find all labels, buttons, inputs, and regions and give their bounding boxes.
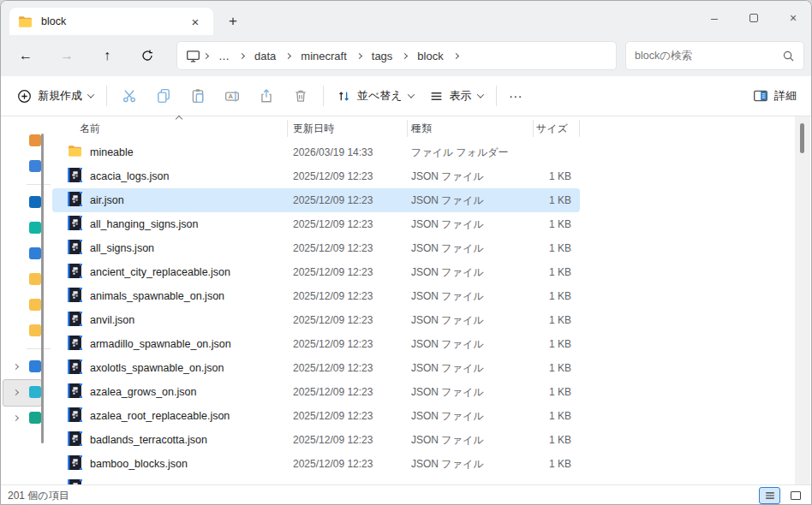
file-row[interactable]: armadillo_spawnable_on.json 2025/12/09 1… — [52, 332, 580, 356]
copy-icon — [156, 88, 171, 104]
json-file-icon — [68, 431, 82, 446]
file-type: JSON ファイル — [408, 308, 534, 332]
file-type: JSON ファイル — [408, 284, 534, 308]
refresh-icon — [140, 49, 154, 62]
file-row[interactable]: azalea_grows_on.json 2025/12/09 12:23 JS… — [52, 380, 580, 404]
json-file-icon — [68, 192, 82, 206]
file-list-pane: 名前 更新日時 種類 サイズ mineable 2026/03/19 14:33… — [52, 116, 796, 484]
file-type: JSON ファイル — [408, 356, 534, 380]
file-row[interactable]: mineable 2026/03/19 14:33 ファイル フォルダー — [52, 140, 580, 164]
file-row[interactable]: all_signs.json 2025/12/09 12:23 JSON ファイ… — [52, 236, 580, 260]
file-name: axolotls_spawnable_on.json — [90, 362, 224, 374]
cut-button[interactable] — [112, 81, 146, 110]
chevron-right-icon[interactable] — [13, 414, 19, 420]
breadcrumb-item[interactable]: data — [248, 47, 283, 65]
view-button[interactable]: 表示 — [421, 82, 491, 110]
file-type: JSON ファイル — [408, 236, 534, 260]
more-options-button[interactable]: ... — [502, 83, 531, 110]
file-type: JSON ファイル — [408, 452, 534, 476]
file-size: 1 KB — [534, 356, 580, 380]
chevron-right-icon — [203, 52, 209, 58]
search-box[interactable] — [625, 41, 804, 70]
file-row[interactable]: bamboo_blocks.json 2025/12/09 12:23 JSON… — [52, 452, 580, 476]
file-size: 1 KB — [534, 164, 580, 188]
home-icon — [29, 134, 41, 146]
file-size: 1 KB — [534, 404, 580, 428]
scrollbar-thumb[interactable] — [800, 123, 804, 153]
up-button[interactable]: ↑ — [94, 44, 120, 68]
file-size: 1 KB — [534, 380, 580, 404]
file-row[interactable]: ancient_city_replaceable.json 2025/12/09… — [52, 260, 580, 284]
tab-close-icon[interactable]: × — [186, 12, 205, 31]
minimize-button[interactable]: – — [695, 1, 734, 35]
vertical-scrollbar[interactable] — [795, 116, 810, 484]
breadcrumb-item[interactable]: block — [410, 47, 450, 65]
breadcrumb-item[interactable]: minecraft — [294, 47, 353, 65]
large-icons-view-button[interactable] — [785, 487, 806, 504]
column-resize-handle[interactable] — [579, 120, 580, 137]
file-size: 1 KB — [534, 428, 580, 452]
column-header-date[interactable]: 更新日時 — [288, 116, 408, 140]
copy-button[interactable] — [146, 81, 181, 110]
tab-block[interactable]: block × — [9, 8, 213, 35]
file-row[interactable]: badlands_terracotta.json 2025/12/09 12:2… — [52, 428, 580, 452]
file-row[interactable]: axolotls_spawnable_on.json 2025/12/09 12… — [52, 356, 580, 380]
details-view-button[interactable] — [759, 487, 780, 504]
large-icons-view-icon — [791, 491, 801, 500]
file-type: ファイル フォルダー — [408, 140, 534, 164]
breadcrumb-item[interactable]: tags — [365, 47, 400, 65]
new-tab-button[interactable]: + — [222, 11, 244, 32]
details-pane-icon — [753, 88, 768, 104]
forward-button[interactable]: → — [54, 44, 80, 68]
file-size: 1 KB — [534, 332, 580, 356]
delete-button[interactable] — [284, 81, 318, 110]
sort-button[interactable]: 並べ替え — [329, 82, 421, 110]
back-button[interactable]: ← — [13, 44, 39, 68]
details-pane-button[interactable]: 詳細 — [745, 82, 804, 110]
file-row[interactable]: animals_spawnable_on.json 2025/12/09 12:… — [52, 284, 580, 308]
sidebar-scrollbar[interactable] — [41, 134, 44, 443]
file-row[interactable]: anvil.json 2025/12/09 12:23 JSON ファイル 1 … — [52, 308, 580, 332]
json-file-icon — [68, 407, 82, 422]
sort-icon — [337, 89, 351, 104]
column-header-type[interactable]: 種類 — [408, 116, 534, 140]
maximize-button[interactable] — [734, 1, 773, 35]
file-row[interactable]: air.json 2025/12/09 12:23 JSON ファイル 1 KB — [52, 188, 580, 212]
file-date: 2025/12/09 12:23 — [288, 308, 408, 332]
paste-button[interactable] — [181, 81, 215, 110]
chevron-right-icon — [356, 52, 362, 58]
file-row[interactable]: azalea_root_replaceable.json 2025/12/09 … — [52, 404, 580, 428]
chevron-right-icon[interactable] — [13, 389, 19, 395]
downloads-icon — [29, 247, 41, 259]
file-type: JSON ファイル — [408, 164, 534, 188]
chevron-right-icon — [402, 52, 408, 58]
file-row[interactable]: acacia_logs.json 2025/12/09 12:23 JSON フ… — [52, 164, 580, 188]
chevron-right-icon[interactable] — [13, 363, 19, 369]
details-view-icon — [764, 490, 776, 502]
breadcrumb: dataminecrafttagsblock — [248, 47, 462, 65]
json-file-icon — [68, 383, 82, 398]
json-file-icon — [68, 359, 82, 374]
file-row-partial[interactable] — [52, 476, 580, 484]
maximize-icon — [749, 14, 758, 22]
json-file-icon — [68, 264, 82, 278]
rename-button[interactable]: A — [215, 81, 249, 110]
share-button[interactable] — [249, 81, 284, 110]
file-date: 2025/12/09 12:23 — [288, 428, 408, 452]
file-row[interactable]: all_hanging_signs.json 2025/12/09 12:23 … — [52, 212, 580, 236]
file-type: JSON ファイル — [408, 428, 534, 452]
column-header-size[interactable]: サイズ — [534, 116, 580, 140]
column-header-name[interactable]: 名前 — [52, 116, 288, 140]
search-input[interactable] — [635, 50, 782, 62]
search-icon — [782, 50, 795, 62]
close-button[interactable]: × — [773, 1, 812, 35]
refresh-button[interactable] — [134, 44, 160, 68]
breadcrumb-overflow[interactable]: … — [212, 47, 236, 65]
json-file-icon — [68, 216, 82, 230]
file-name: azalea_grows_on.json — [90, 386, 196, 398]
file-date: 2025/12/09 12:23 — [288, 284, 408, 308]
address-bar[interactable]: … dataminecrafttagsblock — [176, 41, 617, 70]
new-button[interactable]: 新規作成 — [9, 82, 101, 110]
file-name: mineable — [90, 146, 134, 158]
file-size: 1 KB — [534, 260, 580, 284]
